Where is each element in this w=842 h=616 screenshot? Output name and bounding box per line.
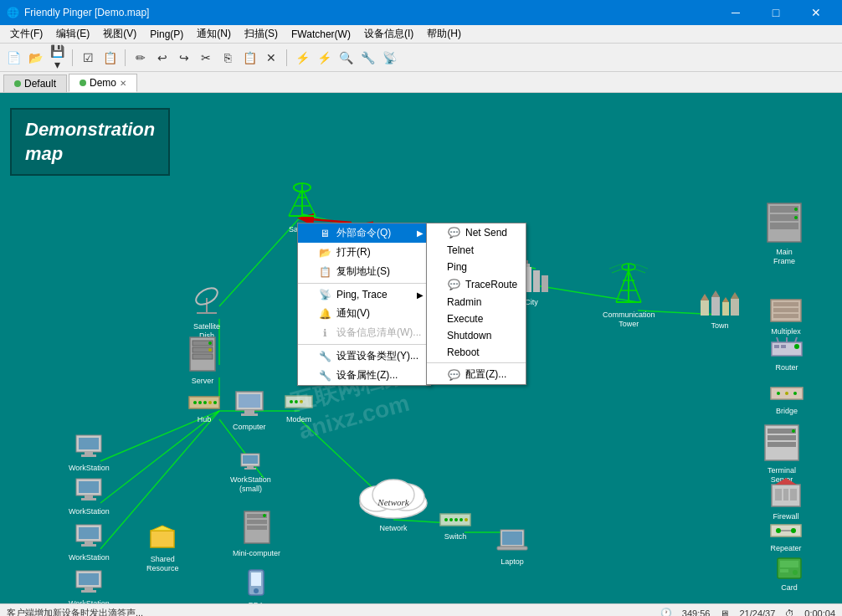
toolbar-checkbox[interactable]: ☑ xyxy=(78,48,98,68)
minimize-button[interactable]: ─ xyxy=(716,0,755,25)
device-server[interactable]: Server xyxy=(188,336,217,386)
toolbar-tool4[interactable]: 🔧 xyxy=(357,48,377,68)
device-repeater[interactable]: Repeater xyxy=(770,521,802,553)
toolbar-save-dropdown[interactable]: 💾▾ xyxy=(47,48,67,68)
device-main-frame[interactable]: MainFrame xyxy=(766,202,803,266)
device-modem[interactable]: Modem xyxy=(285,393,313,424)
device-terminal-server[interactable]: TerminalServer xyxy=(763,424,800,485)
device-pda[interactable]: PDA xyxy=(247,568,265,603)
device-ws2[interactable]: WorkStation xyxy=(69,478,110,516)
repeater-icon xyxy=(770,521,802,540)
tab-demo-close[interactable]: ✕ xyxy=(120,79,126,88)
toolbar-open[interactable]: 📂 xyxy=(25,48,45,68)
device-comm-tower[interactable]: CommunicationTower xyxy=(603,260,655,329)
submenu-execute[interactable]: Execute xyxy=(427,311,526,327)
submenu-radmin[interactable]: Radmin xyxy=(427,294,526,311)
device-satellite-dish[interactable]: SatelliteDish xyxy=(188,281,225,341)
menu-fwatcher[interactable]: FWatcher(W) xyxy=(285,27,357,42)
submenu-traceroute[interactable]: 💬 TraceRoute xyxy=(427,275,526,294)
ctx-ping-trace[interactable]: 📡 Ping, Trace ▶ xyxy=(298,285,430,304)
toolbar-redo[interactable]: ↪ xyxy=(174,48,194,68)
device-ws-small[interactable]: WorkStation(small) xyxy=(230,453,271,494)
device-multiplex[interactable]: Multiplex xyxy=(770,298,802,336)
close-button[interactable]: ✕ xyxy=(797,0,835,25)
ctx-set-type-icon: 🔧 xyxy=(318,350,331,363)
tab-demo[interactable]: Demo ✕ xyxy=(69,74,137,92)
svg-rect-116 xyxy=(770,214,798,221)
svg-rect-92 xyxy=(497,547,527,550)
toolbar-copy[interactable]: ⎘ xyxy=(218,48,238,68)
map-canvas[interactable]: Demonstration map Satellite SatelliteDis… xyxy=(0,93,842,603)
device-laptop[interactable]: Laptop xyxy=(496,528,528,567)
svg-line-130 xyxy=(795,337,797,342)
toolbar-cut[interactable]: ✂ xyxy=(196,48,216,68)
ctx-set-type[interactable]: 🔧 设置设备类型(Y)... xyxy=(298,346,430,366)
svg-rect-54 xyxy=(79,481,99,493)
device-ws1[interactable]: WorkStation xyxy=(69,434,110,473)
submenu-ping[interactable]: Ping xyxy=(427,259,526,275)
device-mini-computer[interactable]: Mini-computer xyxy=(233,510,280,558)
toolbar-file[interactable]: 📋 xyxy=(100,48,120,68)
hub-icon xyxy=(188,394,220,411)
svg-rect-121 xyxy=(773,302,798,306)
device-ws1-label: WorkStation xyxy=(69,464,110,473)
ctx-ext-cmd[interactable]: 🖥 外部命令(Q) ▶ xyxy=(298,223,430,243)
submenu-config[interactable]: 💬 配置(Z)... xyxy=(427,365,526,384)
submenu-shutdown-label: Shutdown xyxy=(447,330,491,341)
toolbar-paste[interactable]: 📋 xyxy=(239,48,259,68)
device-router[interactable]: Router xyxy=(770,336,803,372)
device-ws4[interactable]: WorkStation xyxy=(69,570,110,603)
device-town[interactable]: Town xyxy=(699,284,741,331)
submenu-traceroute-icon: 💬 xyxy=(447,278,460,291)
submenu-net-send-icon: 💬 xyxy=(447,226,460,239)
submenu-reboot[interactable]: Reboot xyxy=(427,344,526,361)
device-shared-resource[interactable]: SharedResource xyxy=(146,524,179,573)
ctx-copy-addr[interactable]: 📋 复制地址(S) xyxy=(298,262,430,281)
submenu-telnet[interactable]: Telnet xyxy=(427,242,526,259)
svg-point-47 xyxy=(295,400,298,403)
menu-help[interactable]: 帮助(H) xyxy=(420,25,468,43)
menu-scan[interactable]: 扫描(S) xyxy=(238,25,285,43)
tab-default[interactable]: Default xyxy=(3,74,67,92)
toolbar-ping2[interactable]: ⚡ xyxy=(314,48,334,68)
ctx-notify[interactable]: 🔔 通知(V) xyxy=(298,304,430,323)
menu-notify[interactable]: 通知(N) xyxy=(190,25,238,43)
device-hub[interactable]: Hub xyxy=(188,394,220,424)
submenu-shutdown[interactable]: Shutdown xyxy=(427,327,526,344)
menu-ping[interactable]: Ping(P) xyxy=(143,27,190,42)
submenu-net-send[interactable]: 💬 Net Send xyxy=(427,223,526,242)
ctx-dev-prop[interactable]: 🔧 设备属性(Z)... xyxy=(298,366,430,385)
toolbar-edit1[interactable]: ✏ xyxy=(131,48,151,68)
menu-view[interactable]: 视图(V) xyxy=(96,25,143,43)
device-ws3[interactable]: WorkStation xyxy=(69,524,110,562)
device-switch[interactable]: Switch xyxy=(439,511,471,542)
svg-rect-122 xyxy=(773,308,798,312)
device-network[interactable]: Network Network xyxy=(352,474,435,533)
device-computer[interactable]: Computer xyxy=(233,390,266,432)
ctx-copy-addr-icon: 📋 xyxy=(318,265,331,279)
toolbar-sep2 xyxy=(125,49,126,66)
svg-point-78 xyxy=(254,588,259,593)
svg-rect-73 xyxy=(247,520,267,524)
comm-tower-icon xyxy=(608,260,649,306)
svg-rect-115 xyxy=(770,206,798,213)
menu-devinfo[interactable]: 设备信息(I) xyxy=(357,25,420,43)
toolbar-search[interactable]: 🔍 xyxy=(336,48,356,68)
svg-marker-109 xyxy=(711,290,720,297)
svg-rect-117 xyxy=(770,223,798,229)
toolbar-ping1[interactable]: ⚡ xyxy=(292,48,312,68)
statusbar: 客户端增加新设备时发出滴答声... 🕐 349:56 🖥 21/24/37 ⏱ … xyxy=(0,603,842,616)
device-card[interactable]: Card xyxy=(777,557,802,593)
ctx-open[interactable]: 📂 打开(R) xyxy=(298,243,430,262)
maximize-button[interactable]: □ xyxy=(757,0,795,25)
toolbar-undo[interactable]: ↩ xyxy=(152,48,172,68)
toolbar-new[interactable]: 📄 xyxy=(3,48,23,68)
toolbar-tool5[interactable]: 📡 xyxy=(379,48,399,68)
device-firewall[interactable]: Firewall xyxy=(770,476,802,521)
svg-point-132 xyxy=(777,392,780,395)
menu-file[interactable]: 文件(F) xyxy=(3,25,49,43)
svg-rect-62 xyxy=(79,573,99,585)
device-bridge[interactable]: Bridge xyxy=(770,384,803,416)
toolbar-delete[interactable]: ✕ xyxy=(261,48,281,68)
menu-edit[interactable]: 编辑(E) xyxy=(49,25,96,43)
